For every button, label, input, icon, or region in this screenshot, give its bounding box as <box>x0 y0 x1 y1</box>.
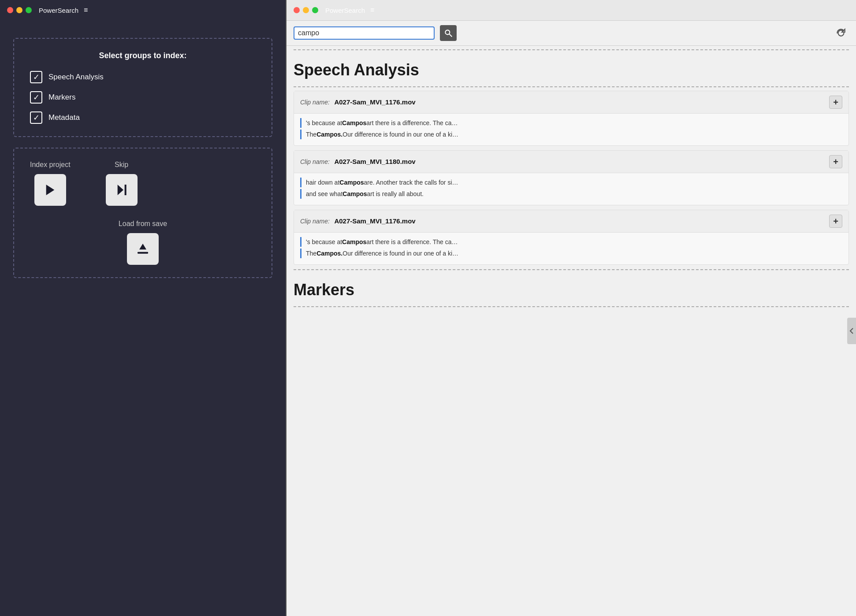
index-project-label: Index project <box>30 161 71 169</box>
divider-bottom-speech <box>294 86 849 87</box>
select-groups-box: Select groups to index: ✓ Speech Analysi… <box>13 38 272 137</box>
skip-forward-icon <box>115 183 129 197</box>
skip-button[interactable] <box>106 174 138 206</box>
action-box: Index project Skip Load fro <box>13 148 272 278</box>
upload-icon <box>136 242 150 256</box>
left-content-area: Select groups to index: ✓ Speech Analysi… <box>0 20 286 616</box>
traffic-lights-right <box>294 7 318 13</box>
clip-name-value-3: A027-Sam_MVI_1176.mov <box>334 217 415 225</box>
skip-label: Skip <box>115 161 128 169</box>
speech-analysis-section-title: Speech Analysis <box>294 54 849 83</box>
divider-top-speech <box>294 49 849 50</box>
traffic-light-red-left[interactable] <box>7 7 13 13</box>
clip-name-value-2: A027-Sam_MVI_1180.mov <box>334 158 415 165</box>
divider-top-markers <box>294 269 849 270</box>
clip-name-label-1: Clip name: <box>300 99 330 106</box>
result-line-2-2: and see what Campos art is really all ab… <box>300 189 842 199</box>
skip-group: Skip <box>106 161 138 206</box>
check-mark-metadata: ✓ <box>33 114 40 122</box>
checkbox-row-metadata[interactable]: ✓ Metadata <box>30 111 256 124</box>
checkbox-label-markers: Markers <box>48 93 75 102</box>
divider-bottom-markers <box>294 306 849 307</box>
svg-rect-3 <box>138 252 148 254</box>
clip-name-value-1: A027-Sam_MVI_1176.mov <box>334 98 415 106</box>
clip-header-2: Clip name: A027-Sam_MVI_1180.mov + <box>294 151 849 173</box>
clip-card-2: Clip name: A027-Sam_MVI_1180.mov + hair … <box>294 150 849 205</box>
traffic-light-green-right[interactable] <box>312 7 318 13</box>
right-menu-icon[interactable]: ≡ <box>370 6 374 14</box>
checkbox-markers[interactable]: ✓ <box>30 91 42 104</box>
results-content: Speech Analysis Clip name: A027-Sam_MVI_… <box>287 46 856 616</box>
clip-name-container-1: Clip name: A027-Sam_MVI_1176.mov <box>300 98 416 106</box>
search-icon <box>444 29 453 37</box>
result-line-3-1: 's because at Campos art there is a diff… <box>300 237 842 247</box>
clip-header-3: Clip name: A027-Sam_MVI_1176.mov + <box>294 210 849 233</box>
traffic-light-yellow-left[interactable] <box>16 7 22 13</box>
right-panel-inner: Speech Analysis Clip name: A027-Sam_MVI_… <box>287 46 856 616</box>
svg-line-6 <box>450 34 452 37</box>
chevron-left-icon <box>849 327 854 334</box>
keyword-highlight: Campos <box>342 238 366 245</box>
keyword-highlight: Campos <box>342 119 366 126</box>
clip-card-3: Clip name: A027-Sam_MVI_1176.mov + 's be… <box>294 210 849 265</box>
collapse-handle[interactable] <box>847 318 856 344</box>
check-mark-speech: ✓ <box>33 73 40 81</box>
result-line-2-1: hair down at Campos are. Another track t… <box>300 178 842 187</box>
check-mark-markers: ✓ <box>33 93 40 101</box>
play-icon <box>43 183 57 197</box>
svg-marker-4 <box>139 244 146 249</box>
select-groups-title: Select groups to index: <box>30 51 256 60</box>
checkbox-row-markers[interactable]: ✓ Markers <box>30 91 256 104</box>
left-panel: PowerSearch ≡ Select groups to index: ✓ … <box>0 0 286 616</box>
clip-card-1: Clip name: A027-Sam_MVI_1176.mov + 's be… <box>294 91 849 146</box>
checkbox-speech-analysis[interactable]: ✓ <box>30 71 42 83</box>
right-window-chrome: PowerSearch ≡ <box>287 0 856 21</box>
traffic-light-red-right[interactable] <box>294 7 300 13</box>
checkbox-row-speech-analysis[interactable]: ✓ Speech Analysis <box>30 71 256 83</box>
refresh-button[interactable] <box>833 25 849 41</box>
load-section: Load from save <box>30 220 256 265</box>
clip-result-1: 's because at Campos art there is a diff… <box>294 114 849 145</box>
index-project-group: Index project <box>30 161 71 206</box>
right-panel: PowerSearch ≡ Speech Analysis <box>286 0 856 616</box>
left-menu-icon[interactable]: ≡ <box>84 6 88 14</box>
clip-name-label-3: Clip name: <box>300 218 330 225</box>
clip-result-2: hair down at Campos are. Another track t… <box>294 173 849 205</box>
keyword-highlight: Campos. <box>316 250 342 257</box>
svg-marker-1 <box>117 185 123 195</box>
checkbox-label-metadata: Metadata <box>48 113 80 122</box>
right-app-title: PowerSearch <box>325 7 365 14</box>
add-button-3[interactable]: + <box>829 215 842 228</box>
clip-name-label-2: Clip name: <box>300 158 330 165</box>
load-from-save-label: Load from save <box>119 220 167 228</box>
svg-rect-2 <box>124 185 126 195</box>
traffic-light-green-left[interactable] <box>26 7 32 13</box>
checkbox-label-speech-analysis: Speech Analysis <box>48 73 104 82</box>
keyword-highlight: Campos. <box>316 131 342 138</box>
search-input-wrap <box>294 26 435 40</box>
svg-marker-0 <box>46 185 54 195</box>
search-input[interactable] <box>298 29 413 37</box>
clip-result-3: 's because at Campos art there is a diff… <box>294 233 849 264</box>
index-project-button[interactable] <box>34 174 66 206</box>
clip-name-container-2: Clip name: A027-Sam_MVI_1180.mov <box>300 158 416 166</box>
svg-point-5 <box>445 30 450 34</box>
traffic-lights-left <box>7 7 32 13</box>
refresh-icon <box>835 27 847 39</box>
traffic-light-yellow-right[interactable] <box>303 7 309 13</box>
keyword-highlight: Campos <box>342 190 367 197</box>
search-bar-row <box>287 21 856 46</box>
add-button-1[interactable]: + <box>829 96 842 109</box>
keyword-highlight: Campos <box>339 179 364 186</box>
clip-header-1: Clip name: A027-Sam_MVI_1176.mov + <box>294 91 849 114</box>
left-window-chrome: PowerSearch ≡ <box>0 0 286 20</box>
checkbox-metadata[interactable]: ✓ <box>30 111 42 124</box>
result-line-1-1: 's because at Campos art there is a diff… <box>300 118 842 128</box>
clip-name-container-3: Clip name: A027-Sam_MVI_1176.mov <box>300 217 416 225</box>
action-row: Index project Skip <box>30 161 256 206</box>
load-from-save-button[interactable] <box>127 233 159 265</box>
result-line-1-2: The Campos. Our difference is found in o… <box>300 130 842 139</box>
search-button[interactable] <box>440 25 457 41</box>
add-button-2[interactable]: + <box>829 155 842 168</box>
result-line-3-2: The Campos. Our difference is found in o… <box>300 249 842 258</box>
